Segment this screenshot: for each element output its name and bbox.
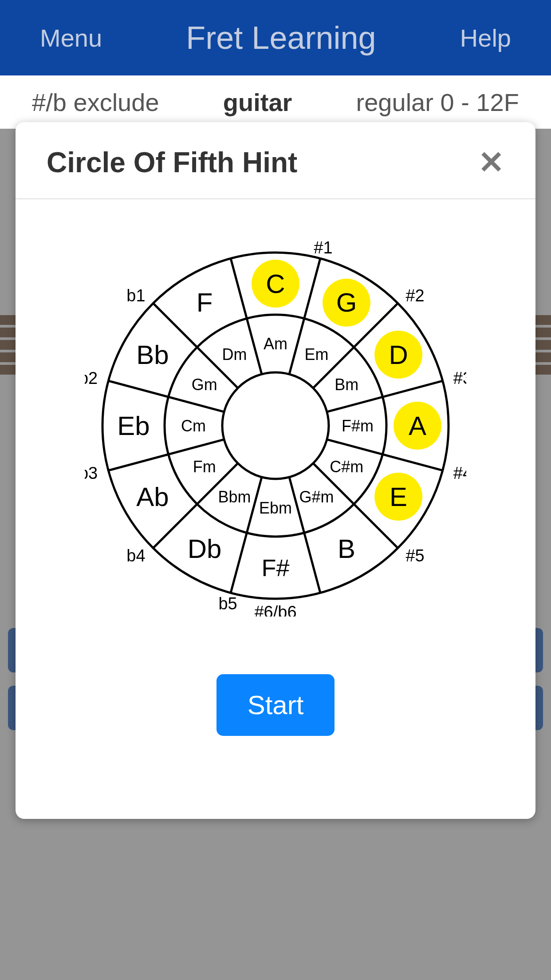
edge-label-b2: b2 — [85, 369, 98, 387]
minor-Em: Em — [305, 345, 329, 364]
edge-label-2: #2 — [405, 286, 424, 305]
help-button[interactable]: Help — [460, 24, 511, 52]
major-A: A — [409, 411, 426, 441]
major-Db: Db — [188, 534, 222, 564]
minor-Bm: Bm — [335, 375, 358, 394]
modal-body: CGDAEBF#DbAbEbBbF AmEmBmF#mC#mG#mEbmBbmF… — [16, 199, 535, 819]
edge-label-5: #5 — [405, 546, 424, 565]
minor-C#m: C#m — [330, 458, 363, 476]
edge-label-b1: b1 — [126, 286, 145, 305]
modal-title: Circle Of Fifth Hint — [47, 146, 297, 179]
major-Eb: Eb — [117, 411, 150, 441]
major-G: G — [336, 288, 357, 317]
app-title: Fret Learning — [186, 20, 376, 56]
minor-Fm: Fm — [193, 458, 216, 476]
app-header: Menu Fret Learning Help — [0, 0, 551, 75]
start-button[interactable]: Start — [216, 674, 335, 736]
edge-label-4: #4 — [453, 464, 466, 482]
major-Ab: Ab — [136, 482, 169, 512]
hint-modal: Circle Of Fifth Hint ✕ CGDAEBF#DbAbEbBbF… — [16, 122, 535, 819]
circle-of-fifths: CGDAEBF#DbAbEbBbF AmEmBmF#mC#mG#mEbmBbmF… — [85, 235, 466, 616]
minor-F#m: F#m — [342, 417, 374, 435]
major-B: B — [338, 534, 355, 564]
minor-Dm: Dm — [222, 345, 247, 364]
major-E: E — [390, 482, 407, 512]
minor-G#m: G#m — [299, 488, 334, 506]
menu-button[interactable]: Menu — [40, 24, 102, 52]
modal-header: Circle Of Fifth Hint ✕ — [16, 122, 535, 199]
close-icon[interactable]: ✕ — [478, 144, 504, 181]
major-D: D — [389, 340, 408, 370]
minor-Bbm: Bbm — [218, 488, 251, 506]
edge-label-6b6: #6/b6 — [254, 603, 296, 616]
major-F: F — [197, 288, 213, 317]
edge-label-1: #1 — [314, 238, 332, 257]
edge-label-b4: b4 — [126, 546, 145, 565]
svg-point-12 — [222, 372, 329, 479]
edge-label-b3: b3 — [85, 464, 98, 482]
minor-Am: Am — [264, 335, 287, 353]
major-F#: F# — [261, 554, 289, 581]
minor-Cm: Cm — [181, 417, 206, 435]
major-C: C — [266, 269, 285, 299]
major-Bb: Bb — [136, 340, 169, 370]
minor-Ebm: Ebm — [259, 499, 292, 517]
minor-Gm: Gm — [192, 375, 217, 394]
edge-label-b5: b5 — [218, 594, 237, 613]
edge-label-3: #3 — [453, 369, 466, 387]
